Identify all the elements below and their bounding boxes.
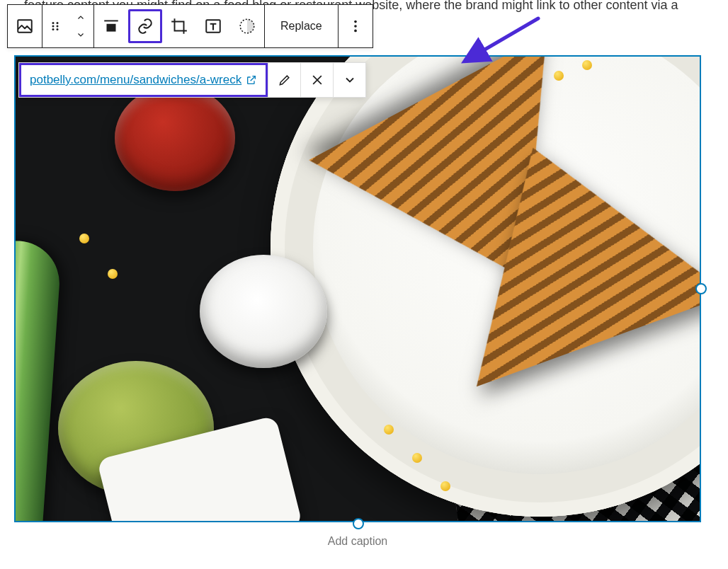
sauce-container-mayo	[200, 255, 327, 368]
svg-point-13	[354, 30, 357, 33]
more-vertical-icon	[348, 18, 363, 34]
resize-handle-right[interactable]	[695, 283, 707, 294]
more-options-button[interactable]	[339, 9, 372, 43]
move-up-button[interactable]	[68, 9, 93, 26]
block-toolbar: Replace	[7, 4, 373, 48]
align-center-icon	[102, 17, 120, 35]
svg-point-5	[52, 28, 55, 30]
link-url-text: potbelly.com/menu/sandwiches/a-wreck	[30, 73, 241, 87]
corn-kernel	[108, 269, 118, 279]
crop-button[interactable]	[162, 9, 196, 43]
crop-icon	[170, 17, 188, 35]
chevron-down-icon	[75, 30, 86, 39]
text-over-image-icon	[204, 17, 222, 35]
chevron-down-icon	[343, 73, 357, 87]
align-button[interactable]	[94, 9, 128, 43]
insert-link-button[interactable]	[128, 9, 162, 43]
duotone-filter-icon	[238, 17, 256, 35]
remove-link-button[interactable]	[300, 63, 333, 97]
svg-point-2	[57, 22, 59, 24]
corn-kernel	[412, 453, 422, 463]
svg-point-6	[57, 28, 59, 30]
external-link-icon	[246, 74, 257, 86]
link-icon	[136, 17, 154, 35]
link-settings-toggle[interactable]	[333, 63, 365, 97]
drag-handle[interactable]	[42, 9, 68, 43]
resize-handle-bottom[interactable]	[353, 518, 364, 529]
svg-point-3	[52, 25, 55, 28]
svg-rect-0	[18, 20, 32, 32]
drag-icon	[49, 20, 62, 33]
pencil-icon	[278, 73, 292, 87]
svg-point-1	[52, 22, 55, 24]
edit-link-button[interactable]	[268, 63, 300, 97]
duotone-button[interactable]	[230, 9, 264, 43]
text-overlay-button[interactable]	[196, 9, 230, 43]
image-icon	[16, 17, 34, 35]
image-caption-input[interactable]: Add caption	[0, 535, 715, 548]
close-icon	[310, 73, 324, 87]
image-block[interactable]	[14, 55, 701, 522]
move-down-button[interactable]	[68, 26, 93, 43]
svg-point-11	[354, 21, 357, 23]
block-type-image-button[interactable]	[8, 9, 42, 43]
corn-kernel	[582, 60, 592, 70]
image-content	[16, 57, 700, 521]
svg-point-4	[57, 25, 59, 28]
sauce-container-ketchup	[115, 85, 235, 191]
link-popover: potbelly.com/menu/sandwiches/a-wreck	[18, 62, 366, 98]
corn-kernel	[440, 481, 450, 491]
link-url-field[interactable]: potbelly.com/menu/sandwiches/a-wreck	[19, 63, 268, 97]
chevron-up-icon	[75, 13, 86, 22]
corn-kernel	[79, 234, 89, 243]
corn-kernel	[384, 425, 394, 435]
replace-image-button[interactable]: Replace	[265, 9, 338, 43]
svg-point-12	[354, 25, 357, 28]
spring-onion	[16, 238, 62, 521]
corn-kernel	[554, 71, 564, 81]
svg-rect-8	[107, 24, 116, 32]
